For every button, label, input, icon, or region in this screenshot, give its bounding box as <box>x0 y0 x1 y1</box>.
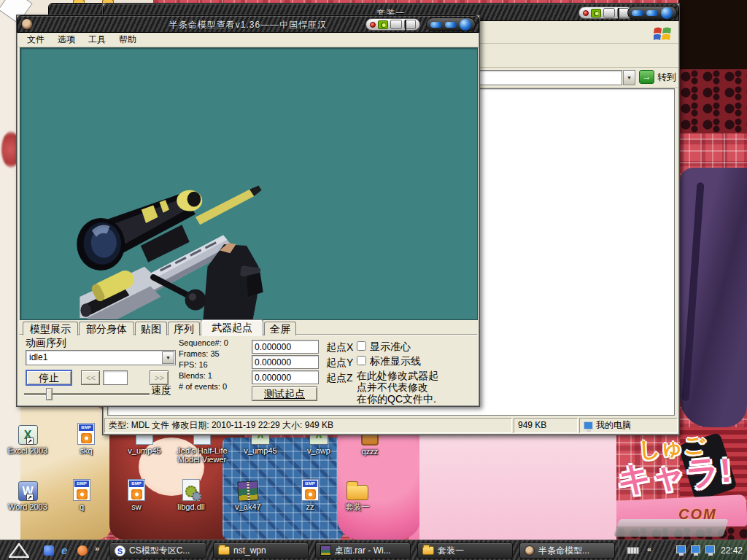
start-logo-icon <box>9 543 29 558</box>
skin-light-icon <box>370 22 376 28</box>
status-size-pane: 949 KB <box>514 418 578 433</box>
shugo-chara-logo: しゅご キャラ! <box>609 431 738 497</box>
origin-x-label: 起点X <box>326 341 353 354</box>
origin-x-input[interactable] <box>252 340 319 354</box>
skin-light-icon <box>583 10 589 16</box>
shade-button[interactable] <box>445 22 457 28</box>
status-zone-pane: 我的电脑 <box>579 418 678 433</box>
wallpaper-lace-top <box>678 69 747 133</box>
desktop-icon-excel-2003[interactable]: Excel 2003 <box>1 421 54 455</box>
desktop-icon-word-2003[interactable]: Word 2003 <box>1 477 54 511</box>
menu-options[interactable]: 选项 <box>51 32 82 47</box>
tab-weapon-origin[interactable]: 武器起点 <box>201 319 263 336</box>
address-dropdown-button[interactable]: ▼ <box>623 70 635 85</box>
minimize-button[interactable] <box>390 20 402 29</box>
shortcut-arrow-icon <box>26 438 34 445</box>
origin-y-input[interactable] <box>252 355 319 369</box>
tab-textures[interactable]: 贴图 <box>135 322 167 335</box>
shortcut-arrow-icon <box>26 494 34 501</box>
task-label: nst_wpn <box>233 545 266 556</box>
combobox-dropdown-icon[interactable]: ▼ <box>162 351 174 364</box>
task-model-viewer[interactable]: 半条命模型... <box>519 542 615 559</box>
task-label: 套装一 <box>438 545 464 557</box>
desktop-icon-v-ak47[interactable]: v_ak47 <box>222 477 274 511</box>
menu-file[interactable]: 文件 <box>20 32 51 47</box>
tab-model-display[interactable]: 模型展示 <box>23 322 78 335</box>
desktop-icon-q[interactable]: q <box>55 477 108 511</box>
guide-lines-checkbox[interactable] <box>357 356 366 365</box>
guide-lines-label: 标准显示线 <box>370 355 421 368</box>
note-line-3: 在你的QC文件中. <box>357 393 481 405</box>
desktop-icon-libgd[interactable]: libgd.dll <box>165 477 217 511</box>
maximize-button[interactable] <box>404 20 416 29</box>
tray-overflow-chevron[interactable]: « <box>647 545 651 553</box>
desktop-icon-taozhuangyi[interactable]: 套装一 <box>331 477 384 511</box>
minimize-button[interactable] <box>603 8 615 18</box>
status-zone-label: 我的电脑 <box>596 419 631 432</box>
menu-help[interactable]: 帮助 <box>112 32 143 47</box>
show-crosshair-checkbox[interactable] <box>357 341 366 351</box>
bmp-file-icon <box>301 479 319 501</box>
roll-up-button[interactable] <box>430 22 442 28</box>
keyboard-layout-icon[interactable] <box>627 547 639 554</box>
task-taozhuangyi[interactable]: 套装一 <box>417 542 513 559</box>
menu-tools[interactable]: 工具 <box>82 32 112 47</box>
show-crosshair-label: 显示准心 <box>370 341 411 354</box>
sequence-combobox[interactable]: idle1 ▼ <box>26 350 176 365</box>
task-desktop-rar[interactable]: 桌面.rar - Wi... <box>315 542 411 559</box>
display-tray-icon[interactable] <box>676 545 686 553</box>
hlmv-icon <box>525 545 535 556</box>
test-origin-button[interactable]: 测试起点 <box>252 386 317 401</box>
maximize-icon <box>618 8 619 22</box>
frame-input[interactable] <box>103 370 128 385</box>
go-button[interactable]: 转到 <box>639 70 676 84</box>
wallpaper-top-dark <box>678 0 747 69</box>
desktop-icon-sw[interactable]: sw <box>110 477 163 511</box>
speed-slider-thumb[interactable] <box>46 388 53 400</box>
task-label: CS模型专区C... <box>129 545 190 557</box>
nvidia-logo-icon[interactable] <box>591 9 601 18</box>
viewer-menubar: 文件 选项 工具 帮助 <box>18 33 479 47</box>
start-button[interactable] <box>0 540 38 560</box>
nvidia-logo-icon[interactable] <box>378 20 388 29</box>
quicklaunch-app-icon[interactable] <box>44 545 54 556</box>
winrar-icon <box>320 545 331 556</box>
stop-button[interactable]: 停止 <box>26 370 72 386</box>
quicklaunch-overflow-chevron[interactable]: » <box>95 544 99 553</box>
quicklaunch-mail-icon[interactable] <box>77 545 88 556</box>
next-frame-button[interactable]: >> <box>150 370 169 385</box>
speed-slider-track[interactable] <box>24 393 150 395</box>
model-viewer-window: 半条命模型查看v1.36——中国悍匪汉 文件 选项 工具 帮助 <box>16 15 480 407</box>
origin-note: 在此处修改武器起 点并不代表修改 在你的QC文件中. <box>357 370 481 405</box>
model-3d-viewport[interactable] <box>20 47 478 320</box>
network-tray-icon-2[interactable] <box>705 545 715 553</box>
tab-sequences[interactable]: 序列 <box>168 322 200 335</box>
folder-icon <box>422 546 434 555</box>
bmp-file-icon <box>77 423 95 445</box>
note-line-1: 在此处修改武器起 <box>357 370 481 381</box>
shade-button[interactable] <box>646 10 658 16</box>
viewer-titlebar[interactable]: 半条命模型查看v1.36——中国悍匪汉 <box>17 15 479 33</box>
viewer-titlebar-left-controls <box>365 18 420 31</box>
origin-z-input[interactable] <box>252 370 319 384</box>
internet-explorer-icon[interactable] <box>61 545 67 556</box>
word-icon <box>18 481 38 501</box>
clock: 22:42 <box>721 545 743 556</box>
prev-frame-button[interactable]: << <box>81 370 100 385</box>
close-button[interactable] <box>460 19 471 31</box>
network-tray-icon-1[interactable] <box>691 545 700 553</box>
tab-fullscreen[interactable]: 全屏 <box>264 322 296 335</box>
explorer-titlebar-left-controls <box>578 7 633 19</box>
status-info-pane: 类型: MDL 文件 修改日期: 2010-11-19 22:29 大小: 94… <box>104 418 512 433</box>
close-button[interactable] <box>661 7 673 19</box>
tab-body-parts[interactable]: 部分身体 <box>79 322 134 335</box>
system-tray: « 22:42 <box>619 540 747 560</box>
go-button-label: 转到 <box>657 71 676 84</box>
desktop: しゅご キャラ! COM Excel 2003 skq v_ump45 Jed'… <box>0 0 747 560</box>
roll-up-button[interactable] <box>632 10 643 16</box>
bmp-file-icon <box>128 479 145 501</box>
folder-icon <box>218 546 230 555</box>
task-cs-forum[interactable]: CS模型专区C... <box>109 542 206 559</box>
task-nst-wpn[interactable]: nst_wpn <box>213 542 309 559</box>
desktop-icon-zz[interactable]: zz <box>284 477 336 511</box>
